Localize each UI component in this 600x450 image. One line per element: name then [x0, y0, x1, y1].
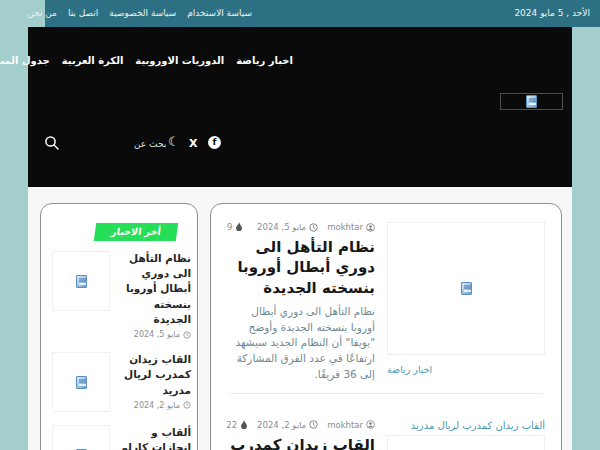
sidebar-post-date: مايو 2, 2024: [117, 401, 191, 410]
nav-item-match-schedule[interactable]: جدول المباريات: [0, 55, 50, 66]
nav-item-sports-news[interactable]: اخبار رياضة: [236, 55, 293, 66]
list-item[interactable]: القاب زيدان كمدرب لريال مدريد مايو 2, 20…: [47, 352, 191, 412]
latest-news-widget: أخر الاخبار نظام التأهل الى دوري أبطال أ…: [40, 203, 198, 450]
topbar-link-usage-policy[interactable]: سياسة الاستخدام: [187, 8, 252, 18]
post-meta: mokhtar مايو 2, 2024 22: [227, 420, 375, 430]
post-title[interactable]: نظام التأهل الى دوري أبطال أوروبا بنسخته…: [227, 237, 375, 298]
post-article: اخبار رياضة mokhtar مايو 5, 2024 9: [211, 204, 561, 383]
post-divider: [229, 393, 543, 394]
broken-image-icon: [76, 275, 87, 288]
post-excerpt: نظام التأهل الى دوري أبطال أوروبا بنسخته…: [227, 304, 375, 383]
post-author[interactable]: mokhtar: [327, 222, 375, 232]
topbar-link-contact[interactable]: اتصل بنا: [68, 8, 98, 18]
post-image-alt-text[interactable]: ألقاب زيدان كمدرب لريال مدريد: [387, 420, 545, 431]
post-views: 22: [226, 420, 248, 430]
clock-icon: [309, 420, 318, 429]
post-article: ألقاب زيدان كمدرب لريال مدريد mokhtar ما…: [211, 402, 561, 450]
broken-image-icon: [76, 376, 87, 389]
sidebar-post-title[interactable]: نظام التأهل الى دوري أبطال أوروبا بنسخته…: [117, 251, 191, 327]
broken-image-icon: [461, 282, 472, 295]
search-input[interactable]: بحث عن: [134, 139, 166, 149]
category-link-sports-news[interactable]: اخبار رياضة: [387, 364, 432, 375]
sidebar-post-thumbnail[interactable]: [52, 251, 110, 311]
nav-item-european-leagues[interactable]: الدوريات الاوروبية: [135, 55, 224, 66]
topbar-link-about[interactable]: من نحن: [27, 8, 57, 18]
sidebar-post-date: مايو 5, 2024: [117, 330, 191, 339]
main-nav: اخبار رياضة الدوريات الاوروبية الكرة الع…: [40, 55, 293, 66]
post-image[interactable]: [387, 435, 545, 450]
topbar-menu: سياسة الاستخدام سياسة الخصوصية اتصل بنا …: [52, 8, 252, 18]
user-icon: [366, 223, 375, 232]
topbar-link-privacy-policy[interactable]: سياسة الخصوصية: [109, 8, 176, 18]
latest-news-list: نظام التأهل الى دوري أبطال أوروبا بنسخته…: [47, 251, 191, 450]
clock-icon: [183, 401, 191, 409]
list-item[interactable]: نظام التأهل الى دوري أبطال أوروبا بنسخته…: [47, 251, 191, 339]
current-date: الأحد , 5 مايو 2024: [514, 8, 590, 18]
clock-icon: [309, 223, 318, 232]
content-area: أخر الاخبار نظام التأهل الى دوري أبطال أ…: [28, 187, 572, 450]
post-title[interactable]: القاب زيدان كمدرب لريال مدريد: [227, 435, 375, 450]
user-icon: [366, 420, 375, 429]
post-date: مايو 2, 2024: [257, 420, 318, 430]
posts-panel: اخبار رياضة mokhtar مايو 5, 2024 9: [210, 203, 562, 450]
dark-mode-moon-icon[interactable]: ☾: [168, 134, 180, 149]
latest-news-badge: أخر الاخبار: [94, 223, 179, 241]
sidebar-post-thumbnail[interactable]: [52, 352, 110, 412]
clock-icon: [183, 331, 191, 339]
nav-item-arab-football[interactable]: الكرة العربية: [62, 55, 124, 66]
post-image[interactable]: [387, 222, 545, 355]
sidebar-post-title[interactable]: ألقاب و إنجازات كارلو انشيلوتي: [117, 425, 191, 450]
facebook-icon[interactable]: f: [208, 136, 221, 149]
list-item[interactable]: ألقاب و إنجازات كارلو انشيلوتي: [47, 425, 191, 450]
fire-icon: [240, 420, 248, 430]
fire-icon: [235, 222, 243, 232]
site-header: اخبار رياضة الدوريات الاوروبية الكرة الع…: [28, 27, 572, 187]
post-date: مايو 5, 2024: [257, 222, 318, 232]
broken-image-icon: [526, 95, 537, 108]
sidebar-post-title[interactable]: القاب زيدان كمدرب لريال مدريد: [117, 352, 191, 398]
twitter-x-icon[interactable]: X: [189, 137, 197, 150]
site-logo[interactable]: [500, 93, 563, 110]
sidebar-post-thumbnail[interactable]: [52, 425, 110, 450]
post-author[interactable]: mokhtar: [327, 420, 375, 430]
post-views: 9: [227, 222, 243, 232]
post-meta: mokhtar مايو 5, 2024 9: [227, 222, 375, 232]
topbar: سياسة الاستخدام سياسة الخصوصية اتصل بنا …: [0, 0, 600, 27]
search-icon[interactable]: [44, 135, 60, 151]
